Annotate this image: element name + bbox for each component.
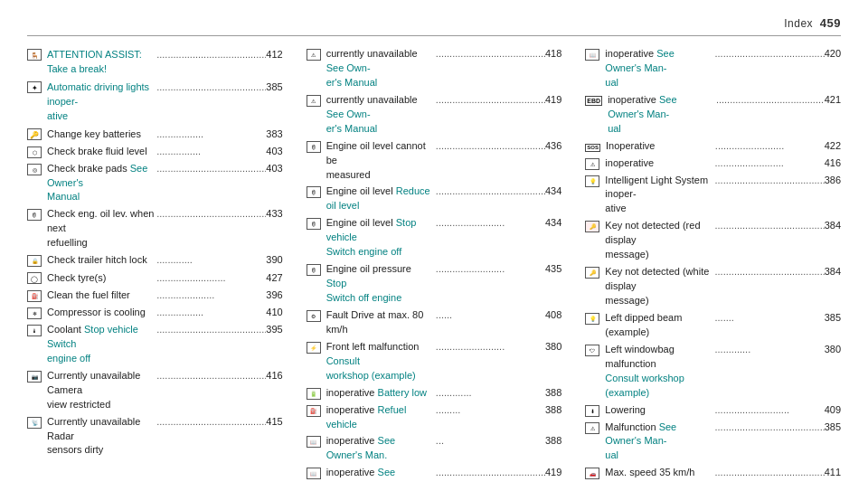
camera-icon: 📷	[27, 371, 42, 383]
list-item: 🚗 Max. speed 35 km/h (red dis-play messa…	[585, 466, 841, 482]
list-item: 📖 inoperative See Owner's Man-ual ......…	[585, 47, 841, 90]
list-item: ❄ Compressor is cooling ................…	[27, 306, 283, 320]
coolant-icon: 🌡	[27, 325, 42, 336]
inop4-icon: ⚠	[585, 158, 599, 170]
assist-icon: 🪑	[27, 49, 42, 61]
malfunction-icon: ⚠	[585, 422, 599, 434]
inop-owners3-icon: 📖	[585, 49, 599, 61]
list-item: ⚠ inoperative ......................... …	[585, 156, 841, 171]
column-1: 🪑 ATTENTION ASSIST: Take a break! ......…	[27, 47, 299, 482]
front-left-icon: ⚡	[307, 342, 321, 354]
unavail2-icon: ⚠	[307, 95, 321, 107]
fuel-filter-icon: ⛽	[27, 290, 42, 302]
page-container: Index 459 🪑 ATTENTION ASSIST: Take a bre…	[0, 0, 868, 482]
inop-batt-icon: 🔋	[307, 388, 321, 400]
lowering-icon: ⬇	[585, 405, 599, 417]
list-item: 🌡 Coolant Stop vehicle Switchengine off …	[27, 323, 283, 366]
header-title: Index 459	[784, 16, 841, 30]
list-item: ⛽ Clean the fuel filter ................…	[27, 288, 283, 303]
inop-owners1-icon: 📖	[307, 436, 321, 448]
intel-light-icon: 💡	[585, 175, 599, 187]
list-item: ⬇ Lowering ........................... 4…	[585, 403, 841, 418]
list-item: ✦ Automatic driving lights inoper-ative …	[27, 80, 283, 124]
list-item: 🛢 Engine oil pressure StopSwitch off eng…	[307, 262, 562, 306]
inop-owners2-icon: 📖	[307, 468, 321, 479]
list-item: 🛡 Left windowbag malfunctionConsult work…	[585, 343, 841, 401]
brake-pads-icon: ◎	[27, 164, 42, 175]
list-item: 🔒 Check trailer hitch lock .............…	[27, 253, 283, 268]
inop-refuel-icon: ⛽	[307, 405, 321, 417]
list-item: ⬡ Check brake fluid level ..............…	[27, 145, 283, 159]
list-item: 📷 Currently unavailable Cameraview restr…	[27, 369, 283, 412]
eng-stop-icon: 🛢	[307, 218, 321, 230]
index-columns: 🪑 ATTENTION ASSIST: Take a break! ......…	[27, 47, 841, 482]
ebd-badge-icon: EBD	[585, 96, 602, 106]
list-item: SOS Inoperative ........................…	[585, 139, 841, 154]
sos-badge-icon: SOS	[585, 144, 600, 153]
eng-oil-cannot-icon: 🛢	[307, 141, 321, 153]
list-item: ⛽ inoperative Refuel vehicle ......... 3…	[307, 403, 562, 432]
eng-reduce-icon: 🛢	[307, 186, 321, 198]
list-item: 🛢 Engine oil level cannot bemeasured ...…	[307, 139, 562, 183]
list-item: 🔑 Key not detected (red displaymessage) …	[585, 219, 841, 262]
list-item: 📡 Currently unavailable Radarsensors dir…	[27, 415, 283, 458]
list-item: 📖 inoperative See Owner's Man. ... 388	[307, 434, 562, 463]
fault-drive-icon: ⚙	[307, 310, 321, 322]
key-not-red-icon: 🔑	[585, 221, 599, 232]
list-item: 💡 Left dipped beam (example) ....... 385	[585, 311, 841, 340]
list-item: ⚡ Front left malfunction Consultworkshop…	[307, 340, 562, 383]
list-item: 🔑 Key not detected (white displaymessage…	[585, 265, 841, 308]
max-speed-icon: 🚗	[585, 468, 599, 479]
left-dipped-icon: 💡	[585, 313, 599, 325]
list-item: 💡 Intelligent Light System inoper-ative …	[585, 174, 841, 217]
page-number: 459	[820, 16, 841, 30]
list-item: ⚠ Malfunction See Owner's Man-ual ......…	[585, 421, 841, 464]
list-item: 🔋 inoperative Battery low ............. …	[307, 386, 562, 401]
list-item: ⚠ currently unavailable See Own-er's Man…	[307, 93, 562, 137]
list-item: 🛢 Engine oil level Reduce oil level ....…	[307, 184, 562, 213]
list-item: ⚠ currently unavailable See Own-er's Man…	[307, 47, 562, 90]
list-item: 📖 inoperative See Owner's Man-ual ......…	[307, 466, 562, 482]
brake-fluid-icon: ⬡	[27, 146, 42, 158]
tyre-icon: ◯	[27, 272, 42, 284]
key-not-white-icon: 🔑	[585, 267, 599, 279]
list-item: ◯ Check tyre(s) ........................…	[27, 270, 283, 286]
list-item: 🛢 Check eng. oil lev. when nextrefuellin…	[27, 207, 283, 250]
list-item: ◎ Check brake pads See Owner'sManual ...…	[27, 162, 283, 205]
compressor-icon: ❄	[27, 307, 42, 319]
radar-icon: 📡	[27, 417, 42, 429]
list-item: ⚙ Fault Drive at max. 80 km/h ...... 408	[307, 308, 562, 337]
column-2: ⚠ currently unavailable See Own-er's Man…	[299, 47, 579, 482]
eng-oil-check-icon: 🛢	[27, 209, 42, 221]
list-item: EBD inoperative See Owner's Man-ual ....…	[585, 93, 841, 137]
list-item: 🛢 Engine oil level Stop vehicleSwitch en…	[307, 216, 562, 260]
left-windowbag-icon: 🛡	[585, 345, 599, 356]
list-item: 🪑 ATTENTION ASSIST: Take a break! ......…	[27, 47, 283, 77]
trailer-hitch-icon: 🔒	[27, 255, 42, 267]
column-3: 📖 inoperative See Owner's Man-ual ......…	[578, 47, 841, 482]
auto-lights-icon: ✦	[27, 81, 42, 93]
eng-pressure-icon: 🛢	[307, 264, 321, 276]
page-header: Index 459	[27, 16, 841, 36]
list-item: 🔑 Change key batteries .................…	[27, 127, 283, 142]
key-battery-icon: 🔑	[27, 128, 42, 140]
unavail1-icon: ⚠	[307, 49, 321, 61]
